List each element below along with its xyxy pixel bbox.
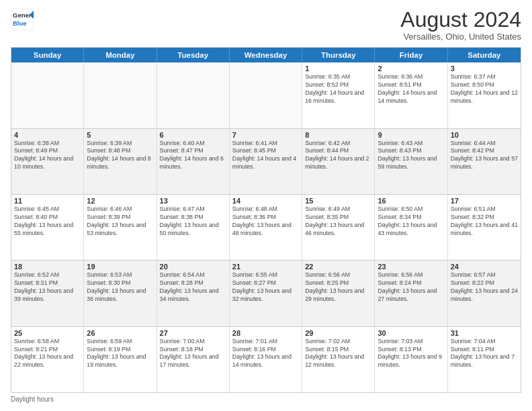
cell-text: Sunrise: 6:45 AM Sunset: 8:40 PM Dayligh… xyxy=(14,205,81,238)
calendar-header-cell: Saturday xyxy=(448,48,521,62)
calendar-cell xyxy=(84,62,157,128)
day-number: 4 xyxy=(14,131,81,139)
day-number: 13 xyxy=(160,197,226,205)
cell-text: Sunrise: 6:51 AM Sunset: 8:32 PM Dayligh… xyxy=(451,205,518,238)
day-number: 9 xyxy=(378,131,444,139)
calendar-cell: 22Sunrise: 6:56 AM Sunset: 8:25 PM Dayli… xyxy=(302,261,375,326)
svg-text:Blue: Blue xyxy=(13,19,27,27)
calendar-cell: 28Sunrise: 7:01 AM Sunset: 8:16 PM Dayli… xyxy=(230,327,302,392)
title-block: August 2024 Versailles, Ohio, United Sta… xyxy=(400,8,521,42)
calendar-cell: 11Sunrise: 6:45 AM Sunset: 8:40 PM Dayli… xyxy=(11,195,84,260)
calendar-cell: 26Sunrise: 6:59 AM Sunset: 8:19 PM Dayli… xyxy=(84,327,157,392)
cell-text: Sunrise: 7:03 AM Sunset: 8:13 PM Dayligh… xyxy=(378,338,444,370)
day-number: 23 xyxy=(378,263,444,271)
cell-text: Sunrise: 6:39 AM Sunset: 8:48 PM Dayligh… xyxy=(87,140,153,172)
cell-text: Sunrise: 6:36 AM Sunset: 8:51 PM Dayligh… xyxy=(378,73,444,105)
calendar-cell: 2Sunrise: 6:36 AM Sunset: 8:51 PM Daylig… xyxy=(375,62,447,128)
day-number: 3 xyxy=(451,64,518,73)
calendar-week: 25Sunrise: 6:58 AM Sunset: 8:21 PM Dayli… xyxy=(11,327,521,392)
cell-text: Sunrise: 6:59 AM Sunset: 8:19 PM Dayligh… xyxy=(87,338,153,370)
header: General Blue August 2024 Versailles, Ohi… xyxy=(11,8,521,42)
page: General Blue August 2024 Versailles, Ohi… xyxy=(0,0,532,411)
cell-text: Sunrise: 6:48 AM Sunset: 8:36 PM Dayligh… xyxy=(232,205,299,238)
calendar-cell: 12Sunrise: 6:46 AM Sunset: 8:39 PM Dayli… xyxy=(84,195,157,260)
cell-text: Sunrise: 6:52 AM Sunset: 8:31 PM Dayligh… xyxy=(14,271,81,304)
cell-text: Sunrise: 6:49 AM Sunset: 8:35 PM Dayligh… xyxy=(305,205,371,238)
calendar-cell: 24Sunrise: 6:57 AM Sunset: 8:22 PM Dayli… xyxy=(448,261,521,326)
calendar-cell: 5Sunrise: 6:39 AM Sunset: 8:48 PM Daylig… xyxy=(84,129,157,194)
day-number: 8 xyxy=(305,131,371,139)
calendar-header-cell: Monday xyxy=(84,48,157,62)
day-number: 5 xyxy=(87,131,153,139)
calendar-header-cell: Friday xyxy=(375,48,447,62)
cell-text: Sunrise: 6:42 AM Sunset: 8:44 PM Dayligh… xyxy=(305,140,371,172)
day-number: 17 xyxy=(451,197,518,205)
day-number: 21 xyxy=(232,263,299,271)
day-number: 20 xyxy=(160,263,226,271)
day-number: 25 xyxy=(14,329,81,337)
logo: General Blue xyxy=(11,8,34,31)
cell-text: Sunrise: 7:00 AM Sunset: 8:18 PM Dayligh… xyxy=(160,338,226,370)
subtitle: Versailles, Ohio, United States xyxy=(400,32,521,42)
calendar-cell: 14Sunrise: 6:48 AM Sunset: 8:36 PM Dayli… xyxy=(230,195,302,260)
cell-text: Sunrise: 6:43 AM Sunset: 8:43 PM Dayligh… xyxy=(378,140,444,172)
calendar: SundayMondayTuesdayWednesdayThursdayFrid… xyxy=(11,47,521,393)
cell-text: Sunrise: 6:56 AM Sunset: 8:24 PM Dayligh… xyxy=(378,271,444,304)
calendar-cell: 13Sunrise: 6:47 AM Sunset: 8:38 PM Dayli… xyxy=(157,195,230,260)
day-number: 11 xyxy=(14,197,81,205)
day-number: 12 xyxy=(87,197,153,205)
calendar-week: 18Sunrise: 6:52 AM Sunset: 8:31 PM Dayli… xyxy=(11,261,521,326)
calendar-cell: 4Sunrise: 6:38 AM Sunset: 8:49 PM Daylig… xyxy=(11,129,84,194)
day-number: 26 xyxy=(87,329,153,337)
calendar-cell: 31Sunrise: 7:04 AM Sunset: 8:11 PM Dayli… xyxy=(448,327,521,392)
day-number: 15 xyxy=(305,197,371,205)
calendar-cell: 15Sunrise: 6:49 AM Sunset: 8:35 PM Dayli… xyxy=(302,195,375,260)
calendar-header-cell: Wednesday xyxy=(230,48,302,62)
cell-text: Sunrise: 6:50 AM Sunset: 8:34 PM Dayligh… xyxy=(378,205,444,238)
main-title: August 2024 xyxy=(400,8,521,32)
day-number: 27 xyxy=(160,329,226,337)
cell-text: Sunrise: 6:41 AM Sunset: 8:45 PM Dayligh… xyxy=(232,140,299,172)
calendar-cell: 16Sunrise: 6:50 AM Sunset: 8:34 PM Dayli… xyxy=(375,195,447,260)
day-number: 18 xyxy=(14,263,81,271)
day-number: 19 xyxy=(87,263,153,271)
day-number: 2 xyxy=(378,64,444,73)
cell-text: Sunrise: 6:44 AM Sunset: 8:42 PM Dayligh… xyxy=(451,140,518,172)
day-number: 7 xyxy=(232,131,299,139)
day-number: 14 xyxy=(232,197,299,205)
calendar-header-row: SundayMondayTuesdayWednesdayThursdayFrid… xyxy=(11,48,521,62)
day-number: 1 xyxy=(305,64,371,73)
day-number: 16 xyxy=(378,197,444,205)
cell-text: Sunrise: 6:53 AM Sunset: 8:30 PM Dayligh… xyxy=(87,271,153,304)
calendar-cell: 23Sunrise: 6:56 AM Sunset: 8:24 PM Dayli… xyxy=(375,261,447,326)
calendar-header-cell: Tuesday xyxy=(157,48,230,62)
calendar-cell: 10Sunrise: 6:44 AM Sunset: 8:42 PM Dayli… xyxy=(448,129,521,194)
day-number: 24 xyxy=(451,263,518,271)
calendar-week: 11Sunrise: 6:45 AM Sunset: 8:40 PM Dayli… xyxy=(11,195,521,261)
calendar-cell: 3Sunrise: 6:37 AM Sunset: 8:50 PM Daylig… xyxy=(448,62,521,128)
calendar-cell: 17Sunrise: 6:51 AM Sunset: 8:32 PM Dayli… xyxy=(448,195,521,260)
calendar-cell: 8Sunrise: 6:42 AM Sunset: 8:44 PM Daylig… xyxy=(302,129,375,194)
cell-text: Sunrise: 6:56 AM Sunset: 8:25 PM Dayligh… xyxy=(305,271,371,304)
calendar-cell: 6Sunrise: 6:40 AM Sunset: 8:47 PM Daylig… xyxy=(157,129,230,194)
calendar-cell xyxy=(230,62,302,128)
calendar-cell: 19Sunrise: 6:53 AM Sunset: 8:30 PM Dayli… xyxy=(84,261,157,326)
calendar-cell: 27Sunrise: 7:00 AM Sunset: 8:18 PM Dayli… xyxy=(157,327,230,392)
cell-text: Sunrise: 7:01 AM Sunset: 8:16 PM Dayligh… xyxy=(232,338,299,370)
day-number: 6 xyxy=(160,131,226,139)
calendar-cell: 7Sunrise: 6:41 AM Sunset: 8:45 PM Daylig… xyxy=(230,129,302,194)
cell-text: Sunrise: 6:38 AM Sunset: 8:49 PM Dayligh… xyxy=(14,140,81,172)
calendar-cell: 21Sunrise: 6:55 AM Sunset: 8:27 PM Dayli… xyxy=(230,261,302,326)
calendar-cell: 30Sunrise: 7:03 AM Sunset: 8:13 PM Dayli… xyxy=(375,327,447,392)
calendar-cell: 1Sunrise: 6:35 AM Sunset: 8:52 PM Daylig… xyxy=(302,62,375,128)
footer-note: Daylight hours xyxy=(11,396,521,403)
calendar-cell: 20Sunrise: 6:54 AM Sunset: 8:28 PM Dayli… xyxy=(157,261,230,326)
day-number: 31 xyxy=(451,329,518,337)
calendar-cell xyxy=(11,62,84,128)
calendar-header-cell: Sunday xyxy=(11,48,84,62)
cell-text: Sunrise: 6:58 AM Sunset: 8:21 PM Dayligh… xyxy=(14,338,81,370)
calendar-cell xyxy=(157,62,230,128)
cell-text: Sunrise: 6:55 AM Sunset: 8:27 PM Dayligh… xyxy=(232,271,299,304)
calendar-cell: 25Sunrise: 6:58 AM Sunset: 8:21 PM Dayli… xyxy=(11,327,84,392)
day-number: 10 xyxy=(451,131,518,139)
